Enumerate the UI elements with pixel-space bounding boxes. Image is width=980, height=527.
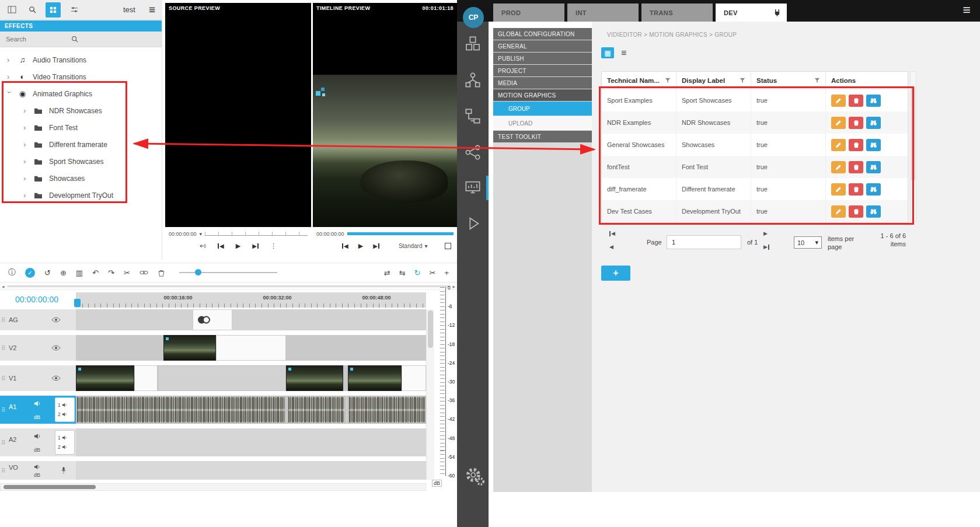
settings-sliders-icon[interactable] [67,3,81,17]
split-view-icon[interactable]: ▥ [76,268,83,277]
table-row[interactable]: General Showcases Showcases true [602,134,908,156]
column-header-status[interactable]: Status [751,72,826,89]
menu-item-media[interactable]: MEDIA [493,77,592,89]
overwrite-icon[interactable]: ⇆ [399,268,406,277]
table-row[interactable]: diff_framerate Different framerate true [602,178,908,200]
history-undo-icon[interactable]: ↺ [44,268,51,277]
project-title[interactable]: test [123,5,135,14]
play-button[interactable]: ▶ [358,242,363,250]
delete-button[interactable] [849,161,863,173]
tree-item-folder[interactable]: › Showcases [0,170,162,187]
column-header-display-label[interactable]: Display Label [676,72,751,89]
drag-handle-icon[interactable]: ⠿ [1,407,5,413]
avatar[interactable]: CP [463,7,484,28]
snap-icon[interactable]: + [444,268,449,277]
modules-cubes-icon[interactable] [465,36,481,52]
drag-handle-icon[interactable]: ⠿ [1,375,5,382]
zoom-slider-knob[interactable] [195,269,201,275]
delete-button[interactable] [849,95,863,107]
chevron-right-icon[interactable]: › [7,55,12,64]
delete-button[interactable] [849,205,863,218]
page-size-select[interactable]: 10 ▾ [794,236,822,249]
preview-button[interactable] [866,95,881,107]
cut-icon[interactable]: ✂ [124,268,130,277]
menu-item-motion-graphics[interactable]: MOTION GRAPHICS [493,89,592,101]
video-clip-tail[interactable] [216,335,286,361]
scrollbar-track[interactable] [7,285,451,287]
tab-prod[interactable]: PROD [493,4,564,22]
timeline-bottom-scrollbar[interactable] [0,483,426,491]
chevron-right-icon[interactable]: › [23,106,29,115]
track-header-v1[interactable]: ⠿ V1 [0,365,76,391]
chevron-right-icon[interactable]: › [23,123,29,132]
tree-item-folder[interactable]: › Sport Showcases [0,153,162,170]
gears-icon[interactable] [465,466,481,483]
chevron-right-icon[interactable]: › [23,157,29,166]
drag-handle-icon[interactable]: ⠿ [1,317,5,323]
video-clip-tail[interactable] [134,365,158,391]
video-clip[interactable] [348,365,402,391]
next-page-button[interactable]: ▶ [763,231,769,236]
submenu-item-group[interactable]: GROUP [493,102,592,116]
tree-item-folder[interactable]: › NDR Showcases [0,102,162,119]
timeline-vertical-scrollbar[interactable] [426,309,434,480]
filter-icon[interactable] [740,78,745,83]
unlink-icon[interactable] [139,270,148,275]
channel-2[interactable]: 2 [58,411,74,417]
media-bin-icon[interactable] [46,2,61,18]
track-header-v2[interactable]: ⠿ V2 [0,335,76,361]
edit-button[interactable] [831,95,846,107]
scrollbar-thumb[interactable] [428,310,433,348]
add-clip-icon[interactable]: ⊕ [60,268,67,277]
scrollbar-thumb[interactable] [4,485,96,489]
insert-icon[interactable]: ⇄ [384,268,390,277]
chevron-right-icon[interactable]: › [23,174,29,183]
timeline-horizontal-scrollbar[interactable]: ◂ ▸ [0,283,457,290]
timeline-ruler[interactable]: 00:00:16:00 00:00:32:00 00:00:48:00 [76,292,426,308]
microphone-icon[interactable] [61,466,67,474]
filter-icon[interactable] [814,78,820,83]
page-number-input[interactable] [667,235,741,249]
channel-2[interactable]: 2 [58,444,74,450]
tab-trans[interactable]: TRANS [641,4,713,22]
visibility-eye-icon[interactable] [51,375,61,381]
preview-button[interactable] [866,161,881,173]
menu-item-general[interactable]: GENERAL [493,40,592,52]
play-button[interactable]: ▶ [236,242,240,250]
fullscreen-icon[interactable] [445,243,451,249]
add-group-button[interactable]: + [601,266,630,281]
track-header-a1[interactable]: ⠿ A1 dB 1 2 [0,396,76,424]
volume-fader[interactable] [445,287,446,476]
loop-icon[interactable]: ↻ [414,268,421,277]
menu-item-test-toolkit[interactable]: TEST TOOLKIT [493,131,592,142]
delete-button[interactable] [849,117,863,129]
gap-clip[interactable] [158,365,286,391]
speaker-icon[interactable] [34,464,40,470]
menu-item-publish[interactable]: PUBLISH [493,53,592,64]
last-page-button[interactable]: ▶ [763,244,769,250]
filter-icon[interactable] [665,78,671,83]
visibility-eye-icon[interactable] [51,345,61,351]
edit-button[interactable] [831,183,846,196]
video-clip[interactable] [163,335,216,361]
tree-item-animated-graphics[interactable]: › ◉ Animated Graphics [0,85,162,102]
preview-button[interactable] [866,117,881,129]
column-header-technical-name[interactable]: Technical Nam... [602,72,676,89]
preview-button[interactable] [866,139,881,151]
info-icon[interactable]: ⓘ [8,267,16,278]
chevron-right-icon[interactable]: › [23,140,29,149]
tree-item-folder[interactable]: › Font Test [0,119,162,136]
table-row[interactable]: Dev Test Cases Development TryOut true [602,200,908,222]
tree-item-folder[interactable]: › Different framerate [0,136,162,153]
razor-icon[interactable]: ✂ [430,268,436,277]
grid-view-icon[interactable]: ▦ [601,47,614,58]
video-clip-tail[interactable] [402,365,426,391]
approve-icon[interactable]: ✓ [25,268,35,278]
admin-menu-icon[interactable]: ≡ [963,2,971,18]
editor-menu-icon[interactable]: ≡ [149,4,155,16]
previous-page-button[interactable]: ◀ [609,244,615,250]
media-config-icon[interactable] [465,179,481,196]
caret-down-icon[interactable]: ▾ [200,231,203,237]
table-row[interactable]: fontTest Font Test true [602,156,908,178]
quality-select[interactable]: Standard ▾ [399,243,428,249]
